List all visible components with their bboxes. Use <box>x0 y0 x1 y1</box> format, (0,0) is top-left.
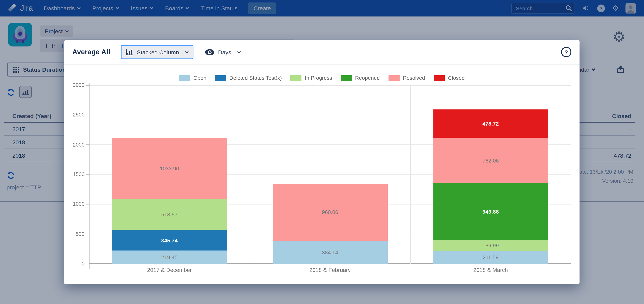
chart-plot: 050010001500200025003000219.45345.74518.… <box>64 65 580 283</box>
unit-dropdown[interactable]: Days <box>205 49 240 56</box>
chevron-down-icon <box>237 50 240 53</box>
average-all-dialog: Average All Stacked Column Days <box>64 40 580 284</box>
chart-area: OpenDeleted Status Test(x)In ProgressReo… <box>64 65 580 283</box>
bar-segment-value: 949.88 <box>482 209 499 215</box>
bar-segment-value: 211.59 <box>482 254 498 261</box>
dialog-title: Average All <box>72 48 110 56</box>
bar-segment[interactable]: 219.45 <box>112 251 227 264</box>
y-tick-label: 2000 <box>66 141 85 147</box>
bar-segment[interactable]: 211.59 <box>433 251 548 264</box>
y-tick-mark <box>86 174 89 175</box>
x-category-label: 2017 & December <box>89 267 250 273</box>
bar-segment[interactable]: 384.14 <box>272 241 388 264</box>
bar-segment[interactable]: 518.57 <box>112 199 227 230</box>
y-tick-label: 0 <box>66 260 85 267</box>
bar-segment[interactable]: 949.88 <box>433 183 548 240</box>
bar-segment-value: 219.45 <box>161 254 178 260</box>
y-tick-mark <box>86 115 89 115</box>
y-axis-line <box>89 83 90 269</box>
category-separator <box>250 85 250 264</box>
bar-segment-value: 762.06 <box>482 158 499 164</box>
chevron-down-icon <box>185 50 188 53</box>
y-tick-mark <box>86 144 89 145</box>
bar-segment[interactable]: 1033.90 <box>112 138 227 199</box>
y-tick-mark <box>86 85 89 85</box>
bar-segment[interactable]: 960.06 <box>272 184 388 241</box>
unit-value: Days <box>218 49 231 56</box>
dialog-help-icon[interactable]: ? <box>561 47 571 57</box>
y-tick-label: 2500 <box>66 112 85 118</box>
app-window: Jira Dashboards Projects Issues Boards T… <box>0 0 644 304</box>
y-tick-label: 1500 <box>66 171 85 178</box>
dialog-header: Average All Stacked Column Days <box>64 40 580 65</box>
stacked-bar: 219.45345.74518.571033.90 <box>112 138 227 264</box>
bar-segment-value: 189.99 <box>482 242 499 249</box>
bar-segment-value: 518.57 <box>161 212 178 218</box>
bar-segment-value: 1033.90 <box>160 165 179 172</box>
stacked-column-icon <box>126 49 133 56</box>
category-separator <box>410 85 411 264</box>
bar-segment[interactable]: 189.99 <box>433 240 548 251</box>
y-tick-mark <box>86 204 89 205</box>
bar-segment-value: 960.06 <box>322 209 338 215</box>
y-tick-label: 1000 <box>66 201 85 207</box>
bar-segment-value: 384.14 <box>322 249 338 256</box>
chart-type-value: Stacked Column <box>137 49 179 56</box>
bar-segment[interactable]: 345.74 <box>112 230 227 251</box>
x-category-label: 2018 & February <box>250 267 410 273</box>
bar-segment-value: 478.72 <box>482 120 499 127</box>
y-tick-label: 3000 <box>66 82 85 88</box>
gridline <box>89 85 571 85</box>
bar-segment[interactable]: 762.06 <box>433 138 548 183</box>
bar-segment-value: 345.74 <box>161 237 178 244</box>
y-tick-mark <box>86 234 89 234</box>
plot-right-border <box>571 85 571 264</box>
bar-segment[interactable]: 478.72 <box>433 109 548 138</box>
chart-type-dropdown[interactable]: Stacked Column <box>121 45 194 59</box>
x-category-label: 2018 & March <box>410 267 571 273</box>
y-tick-mark <box>86 264 89 264</box>
eye-icon <box>205 49 214 56</box>
stacked-bar: 211.59189.99949.88762.06478.72 <box>433 109 548 264</box>
y-tick-label: 500 <box>66 231 85 237</box>
stacked-bar: 384.14960.06 <box>272 184 388 264</box>
